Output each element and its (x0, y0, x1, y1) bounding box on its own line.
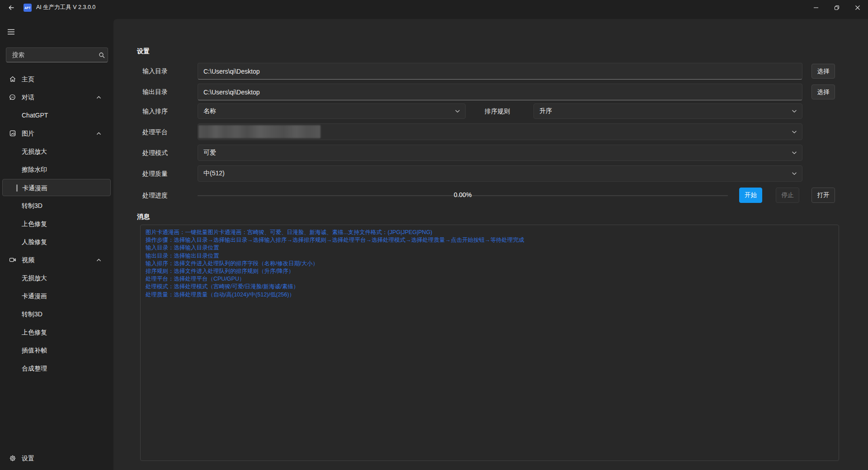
back-button[interactable] (5, 1, 18, 14)
quality-label: 处理质量 (142, 169, 168, 178)
sidebar-item[interactable]: 转制3D (2, 197, 111, 214)
search-input[interactable] (6, 52, 96, 58)
home-icon (9, 75, 16, 83)
progress-label: 处理进度 (142, 191, 168, 199)
quality-dropdown[interactable]: 中(512) (198, 165, 802, 182)
chevron-up-icon (96, 94, 102, 100)
back-arrow-icon (8, 4, 15, 11)
sidebar-item[interactable]: 主页 (2, 70, 111, 88)
input-sort-value: 名称 (198, 107, 216, 115)
sidebar-item[interactable]: 无损放大 (2, 269, 111, 287)
search-box (6, 47, 108, 62)
gear-icon (9, 455, 16, 462)
sidebar-item-label: 图片 (22, 125, 34, 142)
chevron-down-icon (792, 129, 797, 135)
restore-button[interactable] (826, 0, 847, 15)
sidebar-item-label: 转制3D (22, 197, 42, 214)
app-logo: APT (24, 4, 32, 12)
sidebar-item-settings[interactable]: 设置 (2, 450, 111, 467)
sidebar-item[interactable]: 卡通漫画 (2, 179, 111, 196)
sort-rule-label: 排序规则 (485, 107, 510, 115)
chevron-down-icon (792, 108, 797, 114)
sidebar-item-label: 转制3D (22, 306, 42, 323)
video-icon (9, 256, 16, 263)
message-box: 图片卡通漫画：一键批量图片卡通漫画：宫崎骏、可爱、日漫脸、新海诚、素描...支持… (140, 225, 839, 461)
sidebar-item[interactable]: 插值补帧 (2, 342, 111, 359)
sidebar-item-label: 设置 (22, 450, 34, 467)
sidebar-item-label: 合成整理 (22, 360, 47, 377)
open-button[interactable]: 打开 (811, 188, 835, 203)
chevron-down-icon (792, 150, 797, 155)
sidebar-item-label: ChatGPT (22, 107, 48, 124)
chevron-up-icon (96, 131, 102, 136)
sidebar-item-label: 无损放大 (22, 269, 47, 287)
sidebar-item-label: 无损放大 (22, 143, 47, 160)
message-line: 输入目录：选择输入目录位置 (146, 244, 834, 252)
output-dir-choose-button[interactable]: 选择 (811, 85, 835, 99)
sidebar-item-label: 主页 (22, 70, 34, 88)
restore-icon (834, 5, 840, 11)
message-line: 处理平台：选择处理平台（CPU/GPU） (146, 275, 834, 283)
sidebar-item[interactable]: 对话 (2, 89, 111, 106)
sort-rule-dropdown[interactable]: 升序 (533, 103, 802, 119)
image-icon (9, 130, 16, 137)
sidebar-item-label: 插值补帧 (22, 342, 47, 359)
sidebar-item-label: 对话 (22, 89, 34, 106)
platform-value-redacted (198, 125, 321, 138)
mode-label: 处理模式 (142, 149, 168, 157)
sidebar-item[interactable]: 卡通漫画 (2, 287, 111, 305)
settings-heading: 设置 (137, 47, 150, 56)
input-dir-field[interactable] (198, 63, 802, 80)
sidebar-item-label: 视频 (22, 251, 34, 268)
chevron-down-icon (792, 171, 797, 176)
message-line: 处理模式：选择处理模式（宫崎骏/可爱/日漫脸/新海诚/素描） (146, 283, 834, 291)
sidebar-item[interactable]: ChatGPT (2, 107, 111, 124)
platform-dropdown[interactable] (198, 123, 802, 140)
sidebar-item[interactable]: 上色修复 (2, 215, 111, 232)
input-dir-choose-button[interactable]: 选择 (811, 64, 835, 79)
close-button[interactable] (847, 0, 868, 15)
main-panel: 设置 输入目录 选择 输出目录 选择 输入排序 名称 排序规则 升序 处理平台 … (113, 19, 868, 470)
sidebar-item[interactable]: 视频 (2, 251, 111, 268)
sidebar-item[interactable]: 合成整理 (2, 360, 111, 377)
sidebar-item[interactable]: 擦除水印 (2, 161, 111, 178)
sidebar-item[interactable]: 转制3D (2, 306, 111, 323)
hamburger-menu-button[interactable] (4, 25, 18, 38)
sidebar-item[interactable]: 上色修复 (2, 324, 111, 341)
sort-rule-value: 升序 (534, 107, 552, 115)
quality-value: 中(512) (198, 169, 225, 178)
chevron-up-icon (96, 257, 102, 263)
stop-button[interactable]: 停止 (776, 188, 799, 203)
input-sort-dropdown[interactable]: 名称 (198, 103, 466, 119)
mode-value: 可爱 (198, 149, 216, 157)
chat-icon (9, 94, 16, 101)
sidebar-item-label: 卡通漫画 (22, 287, 47, 305)
hamburger-icon (7, 29, 15, 35)
input-dir-label: 输入目录 (142, 67, 168, 75)
chevron-down-icon (455, 108, 460, 114)
window-title: AI 生产力工具 V 2.3.0.0 (36, 0, 95, 15)
output-dir-label: 输出目录 (142, 88, 168, 96)
message-heading: 消息 (137, 213, 150, 221)
sidebar-item-label: 上色修复 (22, 324, 47, 341)
message-line: 输入排序：选择文件进入处理队列的排序字段（名称/修改日期/大小） (146, 260, 834, 268)
progress-percent: 0.00% (198, 191, 728, 199)
input-sort-label: 输入排序 (142, 107, 168, 115)
sidebar: 主页对话ChatGPT图片无损放大擦除水印卡通漫画转制3D上色修复人脸修复视频无… (0, 15, 113, 470)
selected-accent-bar (16, 184, 18, 192)
sidebar-item-label: 擦除水印 (22, 161, 47, 178)
minimize-button[interactable] (806, 0, 826, 15)
sidebar-item[interactable]: 图片 (2, 125, 111, 142)
sidebar-item[interactable]: 无损放大 (2, 143, 111, 160)
output-dir-field[interactable] (198, 84, 802, 100)
start-button[interactable]: 开始 (739, 188, 762, 203)
platform-label: 处理平台 (142, 128, 168, 136)
sidebar-item[interactable]: 人脸修复 (2, 233, 111, 250)
message-line: 操作步骤：选择输入目录→选择输出目录→选择输入排序→选择排序规则→选择处理平台→… (146, 236, 834, 244)
message-line: 处理质量：选择处理质量（自动/高(1024)/中(512)/低(256)） (146, 291, 834, 299)
message-line: 排序规则：选择文件进入处理队列的排序规则（升序/降序） (146, 268, 834, 275)
close-icon (854, 5, 861, 11)
mode-dropdown[interactable]: 可爱 (198, 145, 802, 161)
sidebar-item-label: 卡通漫画 (22, 179, 47, 197)
search-icon[interactable] (96, 52, 108, 58)
